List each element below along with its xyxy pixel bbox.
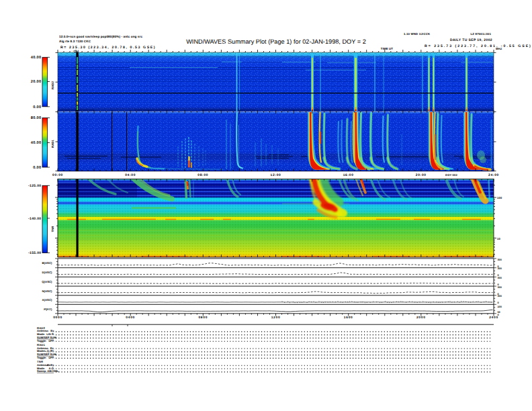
svg-text:Q(ASC): Q(ASC) [42,280,52,283]
svg-text:Toggle:: Toggle: [37,356,46,359]
svg-text:300: 300 [498,295,502,298]
svg-text:-155.00: -155.00 [28,251,41,255]
svg-text:300: 300 [498,267,502,270]
svg-text:TNR: TNR [51,226,54,232]
svg-text:0.00: 0.00 [33,105,41,109]
svg-text:04:00: 04:00 [125,173,136,177]
svg-text:WIND/WAVES Summary Plot (Page: WIND/WAVES Summary Plot (Page 1) for 02-… [186,38,366,45]
svg-text:08:00: 08:00 [197,173,208,177]
svg-text:Toggle:: Toggle: [37,339,46,342]
svg-text:DAILY TU SEP 19, 2002: DAILY TU SEP 19, 2002 [450,38,492,42]
svg-text:0800: 0800 [198,316,208,320]
svg-text:100: 100 [497,196,502,199]
svg-text:Alg rte 8.3 =130 CKC: Alg rte 8.3 =130 CKC [59,40,91,43]
svg-text:20.00: 20.00 [31,80,42,84]
svg-text:40.00: 40.00 [31,56,42,60]
svg-text:OFF.: OFF. [48,339,54,342]
svg-text:2400: 2400 [489,316,498,320]
svg-text:P(FIT): P(FIT) [44,308,52,311]
svg-text:0: 0 [498,302,499,304]
svg-text:B(ASC): B(ASC) [42,261,53,265]
svg-text:1.10 WND 3J/CCK: 1.10 WND 3J/CCK [404,32,431,36]
svg-text:LZ 87001=301: LZ 87001=301 [471,32,492,36]
svg-text:OFF.: OFF. [48,356,54,359]
svg-text:0400: 0400 [126,316,135,320]
svg-text:80.00: 80.00 [31,116,42,120]
svg-text:DOY 002: DOY 002 [445,173,457,177]
svg-text:300: 300 [498,259,502,261]
svg-text:RAD1: RAD1 [51,139,54,148]
svg-text:-125.00: -125.00 [28,184,41,188]
svg-text:N(ASC): N(ASC) [42,289,53,293]
svg-text:10: 10 [497,237,501,240]
svg-text:24:00: 24:00 [488,173,499,177]
svg-text:40.00: 40.00 [31,141,42,145]
svg-text:R= 235.73 (223.77, 20.81, -0: R= 235.73 (223.77, 20.81, -0.55 GSE) [425,44,532,48]
svg-text:300: 300 [498,277,502,279]
svg-text:R= 235.30 (223.34, 20.78, 0.: R= 235.30 (223.34, 20.78, 0.53 GSE) [60,46,156,50]
svg-text:0.00: 0.00 [33,166,41,170]
svg-text:0000: 0000 [53,316,62,320]
svg-text:50: 50 [498,311,500,314]
svg-text:16:00: 16:00 [343,173,354,177]
svg-text:1200: 1200 [271,316,281,320]
svg-text:12.0.0+scn good sav/sleep pop0: 12.0.0+scn good sav/sleep pop080(80%) - … [59,35,142,38]
svg-text:12:00: 12:00 [270,173,281,177]
svg-text:A(ASC): A(ASC) [42,298,53,302]
svg-text:D(ASC): D(ASC) [42,271,53,274]
svg-text:300: 300 [498,286,502,289]
svg-text:Sweep: ABCDEL.: Sweep: ABCDEL. [37,369,60,373]
svg-text:MHZ: MHZ [496,47,502,50]
svg-text:TIME UT: TIME UT [381,47,393,50]
svg-text:100: 100 [498,306,502,308]
svg-text:RAD2: RAD2 [51,81,54,89]
svg-text:2000: 2000 [416,316,426,320]
svg-text:1600: 1600 [344,316,353,320]
svg-text:00:00: 00:00 [52,173,63,177]
svg-text:-140.00: -140.00 [28,217,41,221]
svg-text:Cal: Cal [74,50,79,54]
svg-text:20:00: 20:00 [416,173,427,177]
